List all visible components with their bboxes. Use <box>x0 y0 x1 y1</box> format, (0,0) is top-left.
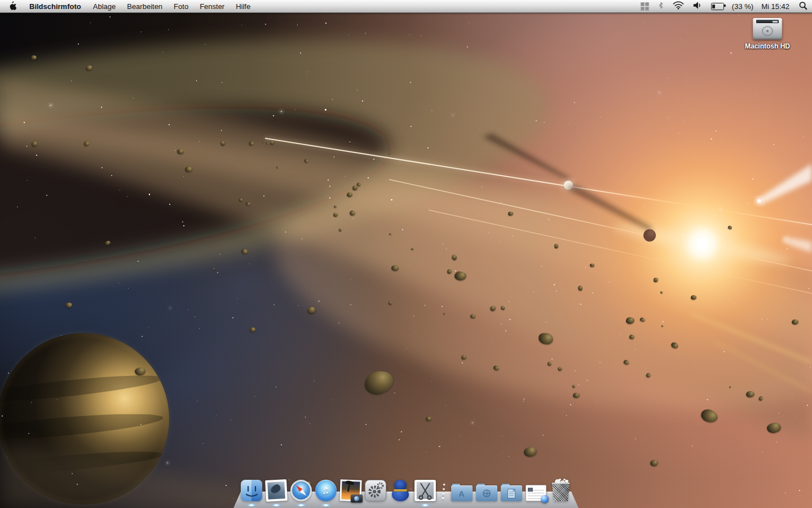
dock-globe-folder[interactable] <box>475 484 498 501</box>
wallpaper-artwork <box>0 0 812 508</box>
dock-itunes[interactable]: ♫ <box>314 480 337 501</box>
apple-logo-icon <box>8 1 16 12</box>
dock-mail[interactable] <box>264 480 288 501</box>
globe-emblem <box>483 489 491 497</box>
volume-icon <box>693 1 702 11</box>
mail-icon <box>265 479 288 502</box>
trash-full-icon <box>551 479 571 501</box>
blue-wizard-app-icon <box>392 480 409 501</box>
system-preferences-icon <box>365 480 386 501</box>
spaces-grid-icon <box>641 2 649 11</box>
spotlight-magnifier-icon <box>798 1 807 12</box>
dock-separator <box>438 484 448 501</box>
dock-minimized-window[interactable] <box>524 485 548 501</box>
hard-drive-icon <box>753 18 782 40</box>
finder-icon <box>241 480 262 501</box>
dock-blue-wizard-app[interactable] <box>389 480 412 501</box>
desktop-icon-label: Macintosh HD <box>745 42 790 50</box>
volume-menu-extra[interactable] <box>689 0 707 12</box>
bluetooth-icon <box>658 1 664 12</box>
dock: ♫ <box>233 472 579 508</box>
dock-applications-folder[interactable]: A <box>450 484 473 501</box>
menu-ablage[interactable]: Ablage <box>87 0 121 12</box>
itunes-icon: ♫ <box>315 480 337 501</box>
menu-bearbeiten[interactable]: Bearbeiten <box>121 0 168 12</box>
wifi-menu-extra[interactable] <box>668 0 689 12</box>
applications-emblem: A <box>458 489 465 498</box>
dock-grab-screenshot-app[interactable] <box>413 480 436 501</box>
battery-icon <box>711 3 724 10</box>
dock-separator-line <box>442 484 445 501</box>
safari-icon <box>290 480 312 501</box>
dock-system-preferences[interactable] <box>364 480 387 501</box>
battery-menu-extra[interactable] <box>707 0 729 12</box>
apple-menu[interactable] <box>0 0 23 12</box>
dock-trash[interactable] <box>549 479 572 501</box>
spotlight-menu-extra[interactable] <box>794 0 812 12</box>
bluetooth-menu-extra[interactable] <box>654 0 668 12</box>
dock-safari[interactable] <box>289 480 312 501</box>
applications-folder-icon: A <box>451 484 473 501</box>
iphoto-icon <box>340 480 361 501</box>
menu-clock[interactable]: Mi 15:42 <box>757 0 794 12</box>
spaces-menu-extra[interactable] <box>636 0 654 12</box>
menu-hilfe[interactable]: Hilfe <box>230 0 256 12</box>
menu-bar: Bildschirmfoto Ablage Bearbeiten Foto Fe… <box>0 0 812 13</box>
document-emblem <box>508 489 515 498</box>
desktop-icon-macintosh-hd[interactable]: Macintosh HD <box>742 18 793 50</box>
globe-folder-icon <box>476 484 497 501</box>
menu-fenster[interactable]: Fenster <box>194 0 230 12</box>
desktop-screen: Bildschirmfoto Ablage Bearbeiten Foto Fe… <box>0 0 812 508</box>
dock-documents-folder[interactable] <box>500 484 523 501</box>
menu-foto[interactable]: Foto <box>168 0 194 12</box>
documents-folder-icon <box>501 484 522 501</box>
wifi-icon <box>673 1 684 11</box>
grab-screenshot-app-icon <box>414 480 436 501</box>
dock-iphoto[interactable] <box>339 480 362 501</box>
dock-finder[interactable] <box>240 480 263 501</box>
minimized-window-badge <box>541 495 549 503</box>
battery-percentage: (33 %) <box>729 2 757 11</box>
app-menu-bildschirmfoto[interactable]: Bildschirmfoto <box>23 0 87 12</box>
minimized-window-icon <box>526 485 546 501</box>
